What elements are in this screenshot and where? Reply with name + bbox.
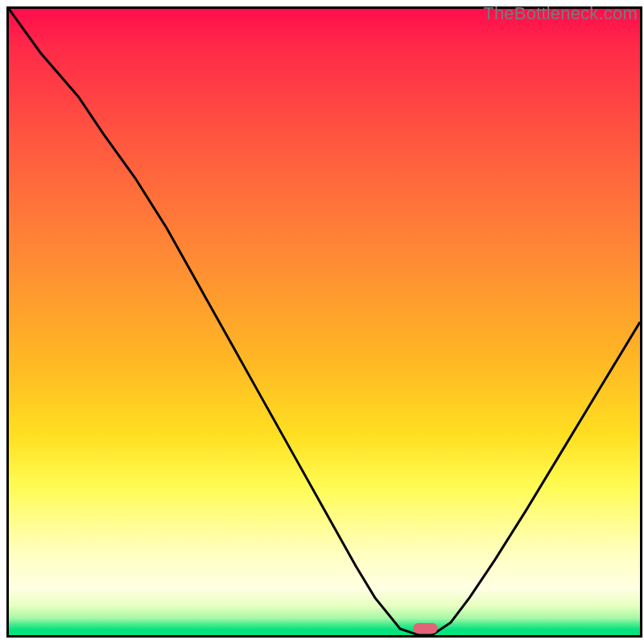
bottleneck-curve-line: [9, 9, 640, 635]
curve-svg: [9, 9, 640, 635]
optimum-marker: [413, 623, 437, 634]
bottleneck-chart: TheBottleneck.com: [0, 0, 644, 644]
watermark-text: TheBottleneck.com: [483, 3, 638, 24]
plot-area: [9, 9, 640, 635]
